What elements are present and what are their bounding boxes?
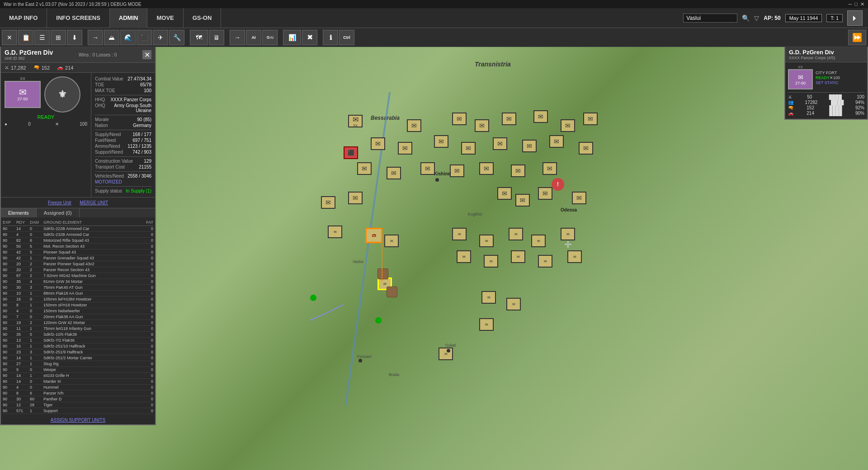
map-unit-4[interactable]: ✉: [475, 119, 489, 132]
tab-info-screens[interactable]: INFO SCREENS: [47, 8, 110, 28]
element-row-27[interactable]: 90 4 0 Hummel 0: [3, 385, 153, 390]
element-row-4[interactable]: 90 42 5 Pioneer Squad 43 0: [3, 249, 153, 255]
map-unit-20[interactable]: ✉: [450, 164, 464, 177]
download-button[interactable]: ⬇: [67, 30, 82, 45]
element-row-14[interactable]: 90 4 0 150mm Nebelwerfer 0: [3, 308, 153, 314]
map-unit-10[interactable]: ✉: [398, 142, 412, 155]
map-unit-3[interactable]: ✉: [452, 113, 467, 125]
map-unit-1[interactable]: ✉ XX: [348, 115, 363, 127]
map-button[interactable]: 🗺: [190, 30, 208, 45]
cross-button[interactable]: ✖: [302, 30, 317, 45]
element-row-2[interactable]: 90 82 6 Motorized Rifle Squad 43 0: [3, 238, 153, 244]
map-unit-34[interactable]: ✉: [509, 228, 523, 240]
close-panel-button[interactable]: ✕: [2, 30, 17, 45]
map-unit-9[interactable]: ✉: [371, 137, 385, 150]
map-unit-36[interactable]: ✉: [561, 228, 575, 240]
map-unit-15[interactable]: ✉: [549, 135, 564, 148]
element-row-22[interactable]: 90 14 1 SdKfz-251/2 Mortar Carrier 0: [3, 355, 153, 361]
terrain-button[interactable]: ⛰: [104, 30, 119, 45]
map-unit-17[interactable]: ✉: [357, 162, 372, 175]
element-row-24[interactable]: 90 9 0 Wespe 0: [3, 367, 153, 373]
element-row-10[interactable]: 90 30 3 75mm PaK40 AT Gun 0: [3, 285, 153, 291]
element-row-0[interactable]: 90 14 0 SdKfz-222B Armored Car 0: [3, 226, 153, 232]
arrow-button[interactable]: →: [230, 30, 245, 45]
wrench-button[interactable]: 🔧: [169, 30, 184, 45]
gear-ai-button[interactable]: ⚙AI: [262, 30, 278, 45]
map-unit-selected[interactable]: 🗃: [365, 228, 382, 243]
unit-symbol-card[interactable]: ✉ 27-50: [5, 81, 41, 108]
element-row-1[interactable]: 90 4 0 SdKfz-232B Armored Car 0: [3, 232, 153, 238]
report-button[interactable]: 📊: [283, 30, 301, 45]
camp-button[interactable]: ⬛: [137, 30, 152, 45]
minimize-button[interactable]: ─: [849, 1, 852, 7]
element-row-15[interactable]: 90 7 0 20mm Flak38 AA Gun 0: [3, 314, 153, 320]
map-unit-13[interactable]: ✉: [493, 137, 507, 150]
location-input[interactable]: [683, 14, 737, 23]
element-row-7[interactable]: 90 20 2 Panzer Recon Section 43 0: [3, 267, 153, 273]
element-row-17[interactable]: 90 11 1 75mm leIG18 Infantry Gun 0: [3, 326, 153, 332]
map-unit-37[interactable]: ✉: [457, 250, 471, 263]
map-unit-31[interactable]: ✉: [384, 235, 399, 247]
tab-assigned[interactable]: Assigned (0): [37, 208, 80, 217]
map-unit-40[interactable]: ✉: [538, 255, 552, 268]
map-unit-12[interactable]: ✉: [461, 142, 476, 155]
tab-admin[interactable]: ADMIN: [110, 8, 148, 28]
map-unit-44[interactable]: ✉: [479, 318, 494, 331]
element-row-8[interactable]: 90 87 2 7.92mm MG42 Machine Gun 0: [3, 273, 153, 279]
element-row-21[interactable]: 90 23 3 SdKfz-251/9 Halftrack 0: [3, 349, 153, 355]
element-row-20[interactable]: 90 16 1 SdKfz-251/10 Halftrack 0: [3, 343, 153, 349]
map-unit-35[interactable]: ✉: [531, 235, 546, 247]
map-unit-28[interactable]: ✉: [538, 187, 552, 200]
element-row-31[interactable]: 90 571 1 Support 0: [3, 408, 153, 414]
map-unit-14[interactable]: ✉: [522, 140, 537, 152]
fast-forward-button[interactable]: ⏩: [848, 30, 866, 45]
element-row-25[interactable]: 90 14 1 sIG33 Grille H 0: [3, 373, 153, 379]
map-unit-8[interactable]: ✉: [583, 113, 598, 125]
move-button[interactable]: →: [88, 30, 103, 45]
element-row-30[interactable]: 90 12 28 Tiger 0: [3, 402, 153, 408]
tab-map-info[interactable]: MAP INFO: [0, 8, 47, 28]
map-unit-soviet-1[interactable]: ⬛: [344, 146, 358, 159]
doc-button[interactable]: 📋: [18, 30, 33, 45]
close-button[interactable]: ✕: [860, 1, 864, 7]
tab-move[interactable]: MOVE: [147, 8, 183, 28]
map-unit-42[interactable]: ✉: [481, 291, 496, 304]
map-unit-33[interactable]: ✉: [479, 235, 494, 247]
info-button[interactable]: ℹ: [323, 30, 338, 45]
map-unit-21[interactable]: ✉: [479, 162, 494, 175]
map-unit-25[interactable]: ✉: [348, 192, 363, 204]
map-unit-41[interactable]: ✉: [567, 250, 582, 263]
map-unit-39[interactable]: ✉: [511, 250, 525, 263]
map-unit-29[interactable]: ✉: [572, 192, 586, 204]
map-unit-27[interactable]: ✉: [515, 194, 530, 207]
element-row-11[interactable]: 90 10 1 88mm Flak18 AA Gun 0: [3, 291, 153, 296]
maximize-button[interactable]: □: [854, 1, 858, 7]
element-row-13[interactable]: 90 8 1 150mm sFH18 Howitzer 0: [3, 302, 153, 308]
grid-button[interactable]: ⊞: [51, 30, 66, 45]
map-unit-30[interactable]: ✉: [328, 226, 342, 238]
ctrl-button[interactable]: Ctrl: [339, 30, 354, 45]
air-button[interactable]: ✈: [153, 30, 168, 45]
map-unit-5[interactable]: ✉: [502, 113, 516, 125]
assign-support-button[interactable]: ASSIGN SUPPORT UNITS: [1, 416, 155, 424]
map-unit-26[interactable]: ✉: [497, 187, 512, 200]
map-unit-2[interactable]: ✉: [407, 119, 421, 132]
element-row-12[interactable]: 90 16 0 105mm leFH18M Howitzer 0: [3, 296, 153, 302]
tab-gs-on[interactable]: GS-on: [184, 8, 222, 28]
element-row-19[interactable]: 90 13 1 SdKfz-7/2 Flak36 0: [3, 338, 153, 343]
map-unit-18[interactable]: ✉: [387, 167, 401, 179]
map-unit-38[interactable]: ✉: [484, 255, 498, 268]
element-row-3[interactable]: 90 50 5 Mot. Recon Section 43 0: [3, 244, 153, 249]
ai-button[interactable]: AI: [246, 30, 261, 45]
map-unit-7[interactable]: ✉: [561, 119, 575, 132]
end-turn-button[interactable]: ⏵: [847, 10, 863, 26]
map-unit-22[interactable]: ✉: [511, 164, 525, 177]
element-row-29[interactable]: 90 30 60 Panther D 0: [3, 396, 153, 402]
water-button[interactable]: 🌊: [120, 30, 136, 45]
map-unit-45[interactable]: ✉: [439, 348, 453, 360]
element-row-16[interactable]: 90 19 2 120mm GrW 42 Mortar 0: [3, 320, 153, 326]
element-row-6[interactable]: 90 20 2 Panzer Pioneer Squad 43v2 0: [3, 261, 153, 267]
element-row-9[interactable]: 90 35 4 81mm GrW 34 Mortar 0: [3, 279, 153, 285]
map-unit-6[interactable]: ✉: [533, 110, 548, 123]
map-unit-16[interactable]: ✉: [579, 142, 593, 155]
